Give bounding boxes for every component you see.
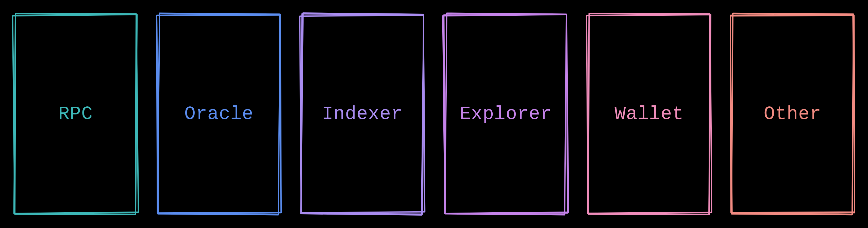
card-label: RPC bbox=[58, 103, 93, 125]
card-label: Oracle bbox=[184, 103, 253, 125]
card-indexer[interactable]: Indexer bbox=[297, 10, 428, 218]
card-wallet[interactable]: Wallet bbox=[584, 10, 714, 218]
card-label: Explorer bbox=[460, 103, 552, 125]
card-explorer[interactable]: Explorer bbox=[440, 10, 571, 218]
card-label: Other bbox=[764, 103, 821, 125]
card-rpc[interactable]: RPC bbox=[10, 10, 141, 218]
card-label: Wallet bbox=[615, 103, 683, 125]
card-label: Indexer bbox=[322, 103, 403, 125]
card-other[interactable]: Other bbox=[727, 10, 858, 218]
card-oracle[interactable]: Oracle bbox=[154, 10, 284, 218]
